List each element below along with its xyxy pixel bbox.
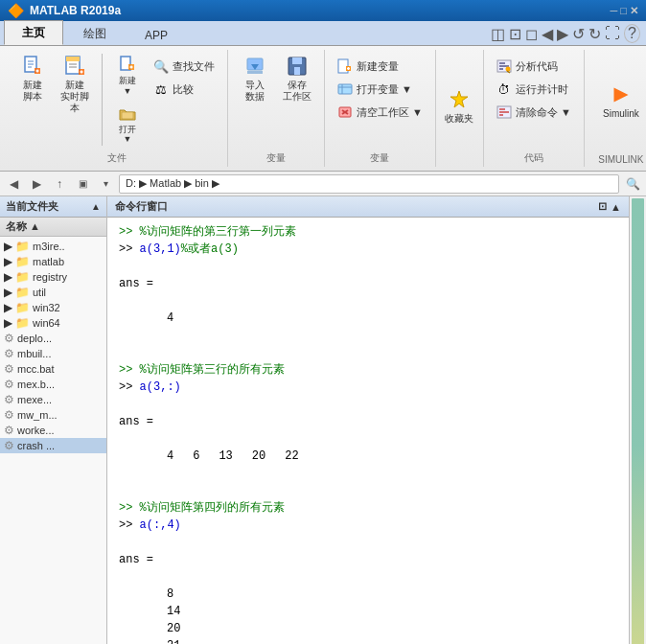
- analyze-code-icon: [496, 58, 512, 74]
- cmd-result-1: 4: [119, 310, 617, 327]
- new-button[interactable]: 新建▼: [110, 52, 145, 100]
- svg-rect-21: [247, 71, 263, 74]
- bat-icon-mbuild: ⚙: [4, 347, 14, 360]
- file-name-mexb: mex.b...: [17, 379, 55, 390]
- save-workspace-button[interactable]: 保存工作区: [278, 52, 316, 105]
- tab-plot[interactable]: 绘图: [65, 21, 125, 45]
- file-tree: ▶ 📁 m3ire.. ▶ 📁 matlab ▶ 📁 registry ▶ 📁 …: [0, 237, 106, 644]
- data-group-label: 变量: [236, 150, 316, 165]
- file-item-registry[interactable]: ▶ 📁 registry: [0, 269, 106, 285]
- cmd-comment-3: >> %访问矩阵第四列的所有元素: [119, 501, 285, 515]
- editor-indicator: [632, 198, 644, 644]
- file-item-deploy[interactable]: ⚙ deplo...: [0, 331, 106, 346]
- new-script-button[interactable]: 新建 脚本: [13, 52, 52, 105]
- nav-search-icon[interactable]: 🔍: [623, 174, 642, 194]
- expand-icon-win32: ▶: [4, 301, 12, 314]
- toolbar-icon-6[interactable]: ↺: [572, 25, 585, 43]
- analyze-code-button[interactable]: 分析代码: [492, 56, 576, 77]
- file-item-crash[interactable]: ⚙ crash ...: [0, 438, 106, 453]
- up-button[interactable]: ↑: [50, 174, 69, 194]
- open-button[interactable]: 打开▼: [110, 101, 145, 149]
- folder-icon-util: 📁: [15, 286, 30, 299]
- cmd-blank-9: [119, 534, 617, 551]
- expand-icon-win64: ▶: [4, 316, 12, 330]
- forward-button[interactable]: ▶: [27, 174, 46, 194]
- cmd-line-3: >> %访问矩阵第三行的所有元素: [119, 361, 617, 379]
- svg-rect-24: [294, 67, 300, 75]
- nav-bar: ◀ ▶ ↑ ▣ ▾ D: ▶ Matlab ▶ bin ▶ 🔍: [0, 172, 646, 196]
- clear-workspace-button[interactable]: 清空工作区 ▼: [333, 102, 427, 123]
- file-item-win64[interactable]: ▶ 📁 win64: [0, 315, 106, 331]
- center-panel: 命令行窗口 ⊡ ▲ >> %访问矩阵的第三行第一列元素 >> a(3,1)%或者…: [107, 196, 629, 644]
- cmd-val-1: 4: [167, 448, 173, 465]
- help-icon[interactable]: ?: [624, 24, 640, 43]
- new-variable-button[interactable]: 新建变量: [333, 56, 427, 77]
- clear-command-button[interactable]: 清除命令 ▼: [492, 102, 576, 123]
- cmd-blank-7: [119, 465, 617, 482]
- folder-icon-win32: 📁: [15, 301, 30, 314]
- file-item-worke[interactable]: ⚙ worke...: [0, 423, 106, 438]
- file-col-header: 名称 ▲: [0, 218, 106, 237]
- open-variable-button[interactable]: 打开变量 ▼: [333, 79, 427, 100]
- file-item-mbuild[interactable]: ⚙ mbuil...: [0, 346, 106, 361]
- compare-button[interactable]: ⚖ 比较: [149, 79, 219, 100]
- cmd-header-icon-2[interactable]: ▲: [611, 201, 621, 213]
- run-timer-button[interactable]: ⏱ 运行并计时: [492, 79, 576, 100]
- file-name-deploy: deplo...: [17, 333, 52, 344]
- import-button[interactable]: 导入数据: [236, 52, 274, 105]
- file-item-matlab[interactable]: ▶ 📁 matlab: [0, 254, 106, 269]
- nav-extra-1[interactable]: ▣: [73, 174, 92, 194]
- toolbar-icon-7[interactable]: ↻: [588, 25, 601, 43]
- simulink-button[interactable]: Simulink: [592, 80, 646, 123]
- nav-extra-2[interactable]: ▾: [96, 174, 115, 194]
- toolbar-icon-2[interactable]: ⊡: [509, 25, 521, 43]
- toolbar-icon-3[interactable]: ◻: [525, 25, 538, 43]
- cmd-content[interactable]: >> %访问矩阵的第三行第一列元素 >> a(3,1)%或者a(3) ans =…: [107, 218, 629, 644]
- file-item-m3ire[interactable]: ▶ 📁 m3ire..: [0, 239, 106, 254]
- run-timer-icon: ⏱: [496, 81, 512, 97]
- find-file-button[interactable]: 🔍 查找文件: [149, 56, 219, 77]
- ribbon-group-file: 新建 脚本 新建实时脚本 新建▼: [6, 50, 228, 167]
- folder-icon-m3ire: 📁: [15, 240, 30, 253]
- file-name-mbuild: mbuil...: [17, 348, 51, 359]
- run-timer-label: 运行并计时: [516, 82, 568, 97]
- new-icon: [118, 55, 137, 74]
- new-live-script-button[interactable]: 新建实时脚本: [56, 52, 94, 117]
- cmd-blank-2: [119, 292, 617, 310]
- find-file-label: 查找文件: [173, 59, 215, 74]
- file-item-win32[interactable]: ▶ 📁 win32: [0, 300, 106, 315]
- file-group-label: 文件: [13, 150, 219, 165]
- favorites-label: 收藏夹: [445, 113, 473, 125]
- favorites-button[interactable]: 收藏夹: [438, 85, 480, 127]
- toolbar-icon-5[interactable]: ▶: [557, 25, 568, 43]
- cmd-blank-4: [119, 344, 617, 361]
- window-controls: ─ □ ✕: [610, 5, 638, 17]
- toolbar-icon-1[interactable]: ◫: [491, 25, 505, 43]
- file-item-mexb[interactable]: ⚙ mex.b...: [0, 377, 106, 392]
- toolbar-icon-8[interactable]: ⛶: [605, 25, 620, 42]
- back-button[interactable]: ◀: [4, 174, 23, 194]
- file-item-mwm[interactable]: ⚙ mw_m...: [0, 407, 106, 423]
- tab-app[interactable]: APP: [127, 24, 186, 45]
- cmd-blank-1: [119, 258, 617, 275]
- favorites-group-label: [444, 163, 475, 165]
- tab-home[interactable]: 主页: [4, 20, 63, 45]
- new-script-label: 新建 脚本: [18, 80, 47, 103]
- cmd-window-header[interactable]: 命令行窗口 ⊡ ▲: [107, 196, 629, 218]
- cmd-code-1-text: a(3,1): [140, 242, 181, 256]
- new-live-script-icon: [63, 55, 86, 78]
- cmd-label-1: ans =: [119, 275, 617, 292]
- file-item-mexe[interactable]: ⚙ mexe...: [0, 392, 106, 407]
- folder-icon-win64: 📁: [15, 316, 30, 330]
- expand-icon-matlab: ▶: [4, 255, 12, 268]
- file-name-win32: win32: [33, 302, 60, 313]
- cmd-val-2: 6: [193, 448, 199, 465]
- address-bar[interactable]: D: ▶ Matlab ▶ bin ▶: [119, 174, 619, 194]
- file-panel-collapse-icon[interactable]: ▲: [91, 201, 101, 212]
- svg-rect-18: [122, 112, 133, 119]
- toolbar-icon-4[interactable]: ◀: [542, 25, 553, 43]
- ribbon-group-data: 导入数据 保存工作区 变量: [228, 50, 325, 167]
- file-item-util[interactable]: ▶ 📁 util: [0, 285, 106, 300]
- analyze-code-label: 分析代码: [516, 59, 558, 74]
- file-item-mcc[interactable]: ⚙ mcc.bat: [0, 361, 106, 377]
